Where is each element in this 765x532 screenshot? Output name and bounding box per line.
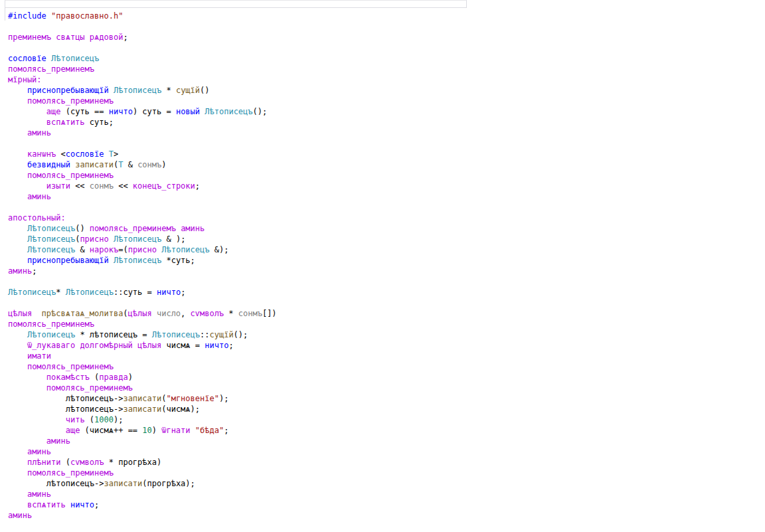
code-line [8, 138, 765, 149]
code-line: помолясь_преминемъ [8, 383, 765, 393]
code-token: помолясь_преминемъ [8, 64, 94, 74]
code-token: ; [32, 266, 37, 276]
code-token: лѣтописецъ [66, 404, 114, 414]
code-token [8, 458, 27, 467]
code-token: записати [75, 160, 114, 169]
code-line: Лѣтописецъ * лѣтописецъ = Лѣтописецъ::су… [8, 329, 765, 340]
code-token: * [161, 256, 171, 265]
code-token: суть [123, 288, 142, 297]
code-line: приснопребывающїй Лѣтописецъ * сущїй() [8, 85, 765, 96]
code-token: изыти [46, 181, 70, 191]
code-token: ); [114, 415, 123, 424]
code-token [8, 22, 13, 31]
code-token: Лѣтописецъ [114, 256, 161, 265]
code-token: суть [142, 107, 161, 116]
code-token [8, 415, 66, 424]
code-token: безвидный [27, 160, 70, 169]
code-token: чисмѧ [166, 341, 190, 350]
code-token: ( [142, 479, 147, 488]
code-line: Лѣтописецъ(присно Лѣтописецъ & ); [8, 234, 765, 244]
code-token: сѵмволъ [70, 458, 104, 467]
code-token [8, 373, 46, 382]
code-line: аминь [8, 436, 765, 446]
code-token: аминь [181, 224, 205, 233]
code-line: покамѣстъ (правда) [8, 372, 765, 383]
code-token: = [161, 107, 176, 116]
code-token: Лѣтописецъ [27, 234, 75, 244]
code-token [152, 309, 157, 318]
code-token: сущїй [176, 86, 200, 95]
code-token: Лѣтописецъ [152, 330, 200, 339]
code-token: Лѣтописецъ [114, 86, 161, 95]
code-line: аминь; [8, 266, 765, 276]
left-border-stub [5, 8, 5, 21]
code-token: конецъ_строки [133, 181, 195, 191]
code-token [46, 54, 51, 63]
code-token: прогрѣха [118, 458, 157, 467]
code-token: []) [262, 309, 277, 318]
code-token: * [104, 458, 119, 467]
code-line [8, 202, 765, 213]
code-token [8, 160, 27, 169]
code-token [8, 351, 27, 361]
code-token: вспѧтить [27, 500, 66, 509]
code-token [191, 426, 195, 435]
code-token: ѿ_лукаваго [27, 341, 75, 350]
code-line: аминь [8, 446, 765, 457]
code-token: вспѧтить [46, 118, 85, 127]
code-token: :: [114, 288, 123, 297]
code-token: преминемъ [8, 33, 51, 42]
code-token: сонмъ [90, 181, 114, 191]
code-token [8, 479, 46, 488]
code-token: чисмѧ [90, 426, 114, 435]
code-token [8, 447, 27, 456]
code-token: =( [118, 245, 128, 254]
code-line: аминь [8, 191, 765, 202]
code-line: цѣлыя прѣсвѧтаѧ_молитва(цѣлыя число, сѵм… [8, 308, 765, 319]
code-token: -> [114, 404, 123, 414]
code-token: помолясь_преминемъ [90, 224, 176, 233]
code-token: ; [191, 256, 195, 265]
code-line [8, 276, 765, 287]
code-token [8, 203, 13, 212]
code-token [8, 118, 46, 127]
code-token: ничто [70, 500, 94, 509]
code-token: ++ == [114, 426, 142, 435]
code-token: долгомѣрный [80, 341, 132, 350]
code-token: ; [123, 33, 128, 42]
code-token: записати [123, 404, 161, 414]
code-line [8, 43, 765, 53]
code-token: Лѣтописецъ [51, 54, 99, 63]
top-pane-strip [5, 0, 467, 8]
code-line: аще (суть == ничто) суть = новый Лѣтопис… [8, 106, 765, 117]
code-token: ; [181, 288, 185, 297]
code-token [32, 309, 41, 318]
code-token: плѣнити [27, 458, 61, 467]
code-editor[interactable]: #include "православно.h" преминемъ свѧтц… [8, 11, 765, 532]
code-token [8, 383, 46, 393]
code-token: = [191, 341, 205, 350]
code-token [8, 277, 13, 286]
code-token [8, 171, 27, 180]
code-token: * [75, 330, 90, 339]
code-token: Лѣтописецъ [161, 245, 209, 254]
code-line: Лѣтописецъ* Лѣтописецъ::суть = ничто; [8, 287, 765, 298]
code-token: ѿгнати [161, 426, 190, 435]
code-token: Лѣтописецъ [27, 245, 75, 254]
code-token: суть [90, 118, 109, 127]
code-token: свѧтцы [56, 33, 84, 42]
code-token [8, 341, 27, 350]
code-token [8, 43, 13, 52]
code-line: канѡнъ <сословїе T> [8, 149, 765, 159]
code-token: -> [114, 394, 123, 403]
code-line: #include "православно.h" [8, 11, 765, 21]
code-token: "мгновенїе" [166, 394, 218, 403]
code-line: лѣтописецъ->записати("мгновенїе"); [8, 393, 765, 404]
code-token: аще [66, 426, 80, 435]
code-token [8, 362, 27, 371]
code-token [8, 256, 27, 265]
code-token: мїрный [8, 75, 37, 84]
code-line: лѣтописецъ->записати(чисмѧ); [8, 404, 765, 414]
code-token: 10 [142, 426, 151, 435]
code-token: апостольный [8, 213, 60, 222]
